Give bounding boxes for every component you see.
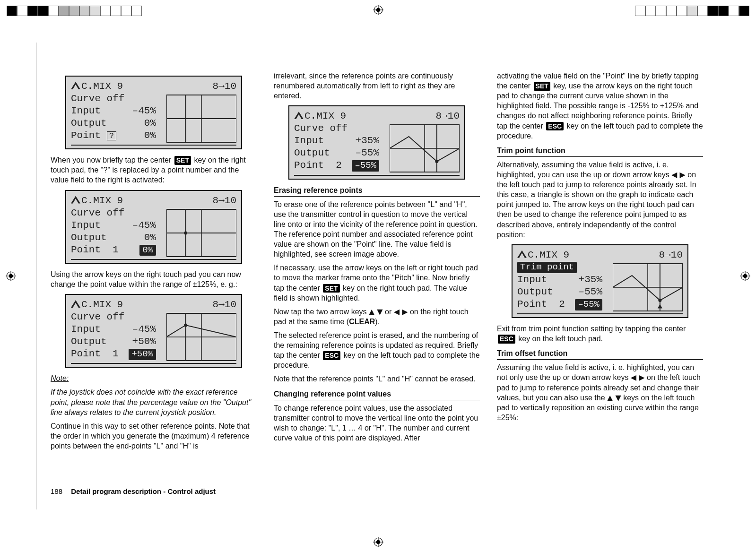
output-value: 0% <box>117 117 156 129</box>
paragraph: activating the value field on the "Point… <box>497 71 703 141</box>
paragraph: Note that the reference points "L" and "… <box>274 374 480 384</box>
arrow-left-right-icon: ◀ ▶ <box>631 373 645 382</box>
model-icon <box>71 82 80 89</box>
curve-row: Curve off <box>71 93 124 105</box>
paragraph: Assuming the value field is active, i. e… <box>497 362 703 423</box>
column-1: C.MIX 98→10 Curve off Input–45% Output0%… <box>51 71 257 509</box>
lcd-title: C.MIX 9 <box>81 81 123 92</box>
curve-graph <box>390 122 460 174</box>
esc-key: ESC <box>323 351 340 360</box>
page-content: C.MIX 98→10 Curve off Input–45% Output0%… <box>36 43 720 509</box>
svg-point-39 <box>658 299 661 302</box>
curve-graph <box>166 311 236 363</box>
esc-key: ESC <box>498 335 515 343</box>
svg-point-34 <box>435 160 438 163</box>
lcd-display-5: C.MIX 98→10 Trim point Input+35% Output–… <box>512 244 688 318</box>
paragraph: If necessary, use the arrow keys on the … <box>274 263 480 302</box>
registration-mark-icon <box>740 271 750 281</box>
model-icon <box>71 196 80 204</box>
point-value-highlighted: 0% <box>139 245 156 256</box>
set-key: SET <box>534 82 550 90</box>
lcd-display-4: C.MIX 98→10 Curve off Input+35% Output–5… <box>288 105 465 179</box>
curve-graph <box>613 261 683 313</box>
svg-point-24 <box>184 231 187 234</box>
curve-graph <box>166 207 236 259</box>
lcd-display-3: C.MIX 98→10 Curve off Input–45% Output+5… <box>65 294 242 368</box>
section-heading: Erasing reference points <box>274 185 480 197</box>
svg-point-29 <box>184 324 187 327</box>
column-2: irrelevant, since the reference points a… <box>274 71 480 509</box>
paragraph: Exit from trim point function setting by… <box>497 324 703 344</box>
model-icon <box>294 112 304 119</box>
point-label: Point ? <box>71 129 117 142</box>
section-heading: Trim offset function <box>497 348 703 360</box>
clear-label: CLEAR <box>349 318 375 326</box>
paragraph: Continue in this way to set other refere… <box>51 421 257 451</box>
section-heading: Changing reference point values <box>274 389 480 400</box>
paragraph: To change reference point values, use th… <box>274 403 480 443</box>
registration-mark-icon <box>6 271 16 281</box>
arrow-left-right-icon: ◀ ▶ <box>394 307 408 316</box>
model-icon <box>517 250 527 258</box>
esc-key: ESC <box>546 122 564 130</box>
column-3: activating the value field on the "Point… <box>497 71 703 509</box>
output-label: Output <box>71 117 117 129</box>
paragraph: To erase one of the reference points bet… <box>274 199 480 259</box>
lcd-display-1: C.MIX 98→10 Curve off Input–45% Output0%… <box>65 76 242 149</box>
paragraph: Using the arrow keys on the right touch … <box>51 269 257 289</box>
set-key: SET <box>323 284 339 293</box>
footer-title: Detail program description - Control adj… <box>71 487 216 495</box>
input-label: Input <box>71 105 117 117</box>
registration-mark-icon <box>373 5 383 15</box>
channel-link: 8→10 <box>213 80 236 93</box>
paragraph: When you now briefly tap the center SET … <box>51 155 257 185</box>
trim-point-highlighted: Trim point <box>517 262 577 273</box>
input-value: –45% <box>117 105 156 117</box>
point-number: ? <box>107 131 116 140</box>
set-key: SET <box>174 156 191 164</box>
point-value: 0% <box>117 129 156 142</box>
paragraph: The selected reference point is erased, … <box>274 330 480 370</box>
arrow-left-right-icon: ◀ ▶ <box>671 170 686 179</box>
paragraph: irrelevant, since the reference points a… <box>274 71 480 101</box>
paragraph: Now tap the two arrow keys ▲ ▼ or ◀ ▶ on… <box>274 307 480 327</box>
registration-mark-icon <box>373 537 383 547</box>
note-body: If the joystick does not coincide with t… <box>51 387 257 417</box>
lcd-display-2: C.MIX 98→10 Curve off Input–45% Output0%… <box>65 190 242 264</box>
arrow-up-down-icon: ▲ ▼ <box>369 307 383 316</box>
paragraph: Alternatively, assuming the value field … <box>497 160 703 240</box>
page-footer: 188 Detail program description - Control… <box>51 487 216 495</box>
model-icon <box>71 300 80 308</box>
page-number: 188 <box>51 487 62 495</box>
curve-graph <box>166 93 236 145</box>
arrow-up-down-icon: ▲ ▼ <box>607 393 621 402</box>
section-heading: Trim point function <box>497 146 703 157</box>
note-heading: Note: <box>51 373 257 383</box>
